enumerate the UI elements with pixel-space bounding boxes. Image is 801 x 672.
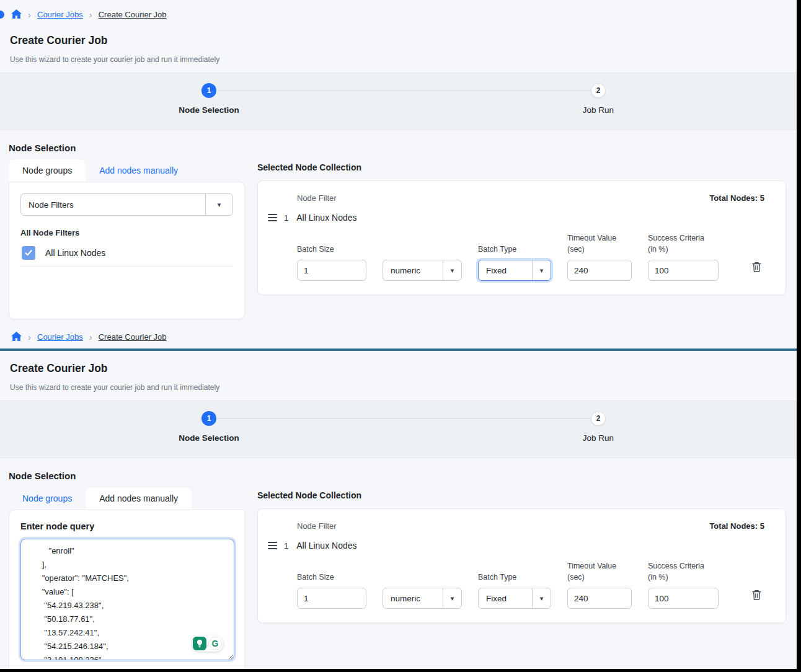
step-2-circle: 2 (591, 83, 606, 98)
screen-divider (0, 348, 801, 351)
node-selection-tabs: Node groups Add nodes manually (9, 159, 245, 182)
section-heading-node-selection: Node Selection (9, 143, 245, 153)
filter-checkbox-row[interactable]: All Linux Nodes (20, 246, 233, 260)
drag-handle-icon[interactable] (268, 214, 277, 221)
wizard-screen-add-nodes-manually: › Courier Jobs › Create Courier Job Crea… (0, 322, 801, 672)
total-nodes-count: Total Nodes: 5 (709, 193, 764, 203)
batch-type-dropdown-value: Fixed (479, 260, 532, 280)
batch-type-dropdown[interactable]: Fixed ▾ (478, 260, 551, 281)
batch-settings-row: Batch Size numeric ▾ Batch Type Fixed (297, 232, 764, 281)
step-1-circle: 1 (201, 83, 216, 98)
screen-edge-bottom (0, 669, 801, 672)
filter-checkbox-label: All Linux Nodes (45, 248, 105, 258)
tab-add-nodes-manually[interactable]: Add nodes manually (86, 487, 192, 510)
breadcrumb-separator: › (89, 10, 92, 19)
success-criteria-label-line2: (in %) (648, 245, 719, 255)
checkbox-checked-icon[interactable] (22, 246, 35, 260)
batch-unit-dropdown[interactable]: numeric ▾ (383, 260, 462, 281)
grammarly-widget: G (192, 635, 223, 652)
batch-type-dropdown-value: Fixed (479, 588, 532, 608)
page-title: Create Courier Job (10, 362, 801, 375)
timeout-value-input[interactable] (567, 260, 632, 281)
node-filter-row-index: 1 (284, 541, 288, 550)
success-criteria-label-line1: Success Criteria (648, 562, 719, 572)
batch-settings-row: Batch Size numeric ▾ Batch Type Fixed (297, 560, 764, 609)
total-nodes-count: Total Nodes: 5 (709, 521, 764, 531)
home-icon[interactable] (11, 9, 22, 19)
tab-node-groups[interactable]: Node groups (9, 159, 86, 182)
enter-node-query-heading: Enter node query (20, 521, 233, 531)
timeout-label-line2: (sec) (567, 573, 632, 583)
page-title: Create Courier Job (10, 34, 801, 47)
node-filters-dropdown-value: Node Filters (21, 194, 205, 215)
stepper-step-job-run[interactable]: 2 Job Run (555, 83, 642, 115)
success-criteria-input[interactable] (648, 588, 719, 609)
step-2-label: Job Run (583, 433, 614, 443)
chevron-down-icon: ▾ (443, 588, 461, 608)
breadcrumb-separator: › (28, 332, 31, 342)
selected-node-collection-heading: Selected Node Collection (257, 490, 786, 500)
timeout-label-line2: (sec) (567, 245, 632, 255)
delete-row-button[interactable] (749, 259, 764, 277)
node-filter-column-header: Node Filter (297, 521, 337, 531)
breadcrumb-link-courier-jobs[interactable]: Courier Jobs (37, 10, 83, 19)
stepper-step-node-selection[interactable]: 1 Node Selection (166, 83, 252, 115)
node-filters-dropdown[interactable]: Node Filters ▾ (20, 193, 233, 216)
wizard-stepper: 1 Node Selection 2 Job Run (0, 73, 801, 130)
batch-type-label: Batch Type (478, 245, 551, 255)
tab-node-groups[interactable]: Node groups (9, 487, 86, 510)
step-1-label: Node Selection (179, 105, 239, 115)
timeout-value-input[interactable] (567, 588, 632, 609)
breadcrumb-current-page[interactable]: Create Courier Job (99, 332, 167, 342)
grammarly-icon[interactable]: G (208, 637, 222, 650)
add-nodes-manually-panel: Enter node query "enroll" ], "operator":… (9, 510, 245, 672)
timeout-label-line1: Timeout Value (567, 234, 632, 244)
node-filter-row: 1 All Linux Nodes (268, 213, 776, 223)
batch-size-input[interactable] (297, 588, 366, 609)
trash-icon (751, 589, 762, 601)
chevron-down-icon: ▾ (532, 588, 551, 608)
batch-size-input[interactable] (297, 260, 366, 281)
node-groups-panel: Node Filters ▾ All Node Filters All Linu… (9, 182, 245, 319)
stepper-connector (217, 90, 598, 91)
section-heading-node-selection: Node Selection (9, 471, 245, 481)
timeout-label-line1: Timeout Value (567, 562, 632, 572)
step-2-label: Job Run (583, 105, 614, 115)
wizard-stepper: 1 Node Selection 2 Job Run (0, 401, 801, 458)
stepper-connector (217, 418, 598, 419)
success-criteria-label-line2: (in %) (648, 573, 719, 583)
success-criteria-input[interactable] (648, 260, 719, 281)
chevron-down-icon: ▾ (532, 260, 551, 280)
grammarly-suggestions-icon[interactable] (193, 637, 206, 650)
node-selection-tabs: Node groups Add nodes manually (9, 487, 245, 510)
stepper-step-node-selection[interactable]: 1 Node Selection (166, 411, 252, 443)
breadcrumb-separator: › (28, 10, 31, 19)
node-filter-row: 1 All Linux Nodes (268, 541, 776, 550)
batch-type-label: Batch Type (478, 573, 551, 583)
home-icon[interactable] (11, 332, 22, 342)
stepper-step-job-run[interactable]: 2 Job Run (555, 411, 642, 443)
screen-edge-right (797, 0, 801, 672)
all-node-filters-heading: All Node Filters (20, 228, 233, 237)
tab-add-nodes-manually[interactable]: Add nodes manually (86, 159, 192, 182)
node-filter-column-header: Node Filter (297, 193, 337, 203)
selected-node-collection-heading: Selected Node Collection (257, 162, 786, 172)
step-1-label: Node Selection (179, 433, 239, 443)
drag-handle-icon[interactable] (268, 542, 277, 549)
breadcrumb: › Courier Jobs › Create Courier Job (0, 322, 801, 343)
batch-unit-dropdown-value: numeric (383, 588, 443, 608)
breadcrumb-link-courier-jobs[interactable]: Courier Jobs (37, 332, 83, 342)
breadcrumb-current-page[interactable]: Create Courier Job (99, 10, 167, 19)
step-1-circle: 1 (201, 411, 216, 426)
batch-size-label: Batch Size (297, 573, 366, 583)
trash-icon (751, 261, 762, 273)
node-filter-row-name: All Linux Nodes (296, 541, 356, 550)
wizard-screen-node-groups: › Courier Jobs › Create Courier Job Crea… (0, 0, 801, 322)
node-filter-row-name: All Linux Nodes (296, 213, 356, 223)
batch-unit-dropdown[interactable]: numeric ▾ (383, 588, 462, 609)
page-subtitle: Use this wizard to create your courier j… (10, 383, 801, 392)
delete-row-button[interactable] (749, 586, 764, 605)
chevron-down-icon: ▾ (443, 260, 461, 280)
batch-type-dropdown[interactable]: Fixed ▾ (478, 588, 551, 609)
chevron-down-icon: ▾ (205, 194, 232, 215)
